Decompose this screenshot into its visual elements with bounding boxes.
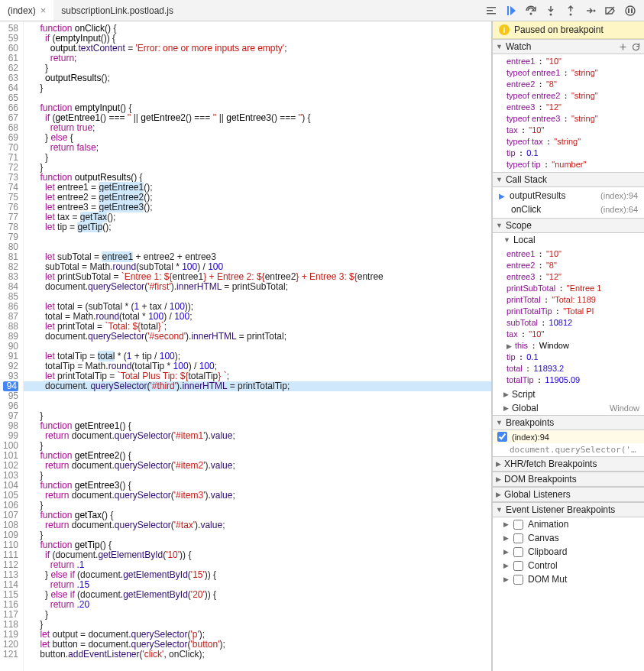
- xhr-header[interactable]: ▶XHR/fetch Breakpoints: [493, 456, 644, 472]
- add-icon[interactable]: [618, 42, 628, 52]
- breakpoint-checkbox[interactable]: [497, 432, 507, 442]
- watch-row[interactable]: tip: 0.1: [493, 147, 644, 159]
- svg-point-4: [530, 12, 532, 15]
- pause-exceptions-icon[interactable]: [624, 5, 636, 17]
- breakpoint-code: document.querySelector('…: [493, 443, 644, 456]
- watch-row[interactable]: typeof entree3: "string": [493, 113, 644, 125]
- breakpoint-file: (index):94: [512, 433, 549, 442]
- watch-body: entree1: "10"typeof entree1: "string"ent…: [493, 54, 644, 172]
- tab-bar: (index) × subscriptionLink.postload.js: [0, 0, 644, 21]
- breakpoint-row[interactable]: (index):94: [493, 430, 644, 443]
- debug-sidebar: i Paused on breakpoint ▼ Watch entree1: …: [492, 21, 644, 671]
- svg-rect-10: [628, 8, 629, 13]
- section-title: Breakpoints: [506, 417, 554, 428]
- svg-point-6: [570, 13, 572, 15]
- refresh-icon[interactable]: [631, 42, 641, 52]
- callstack-frame[interactable]: onClick(index):64: [493, 203, 644, 216]
- svg-point-9: [626, 6, 635, 15]
- pause-banner: i Paused on breakpoint: [493, 21, 644, 39]
- scope-var[interactable]: ▶ this: Window: [493, 340, 644, 352]
- tab-label: (index): [8, 5, 36, 16]
- svg-point-7: [594, 9, 596, 11]
- svg-rect-1: [487, 10, 493, 11]
- svg-rect-11: [631, 8, 633, 13]
- close-icon[interactable]: ×: [40, 5, 47, 16]
- tab-label: subscriptionLink.postload.js: [61, 5, 173, 16]
- pause-message: Paused on breakpoint: [514, 24, 604, 35]
- dombp-header[interactable]: ▶DOM Breakpoints: [493, 472, 644, 487]
- chevron-down-icon: ▼: [496, 419, 503, 426]
- svg-rect-3: [507, 6, 509, 15]
- scope-header[interactable]: ▼ Scope: [493, 218, 644, 233]
- scope-var[interactable]: printTotal: "Total: 1189: [493, 294, 644, 306]
- event-body: ▶ Animation▶ Canvas▶ Clipboard▶ Control▶…: [493, 517, 644, 586]
- scope-script[interactable]: ▶Script: [493, 387, 644, 401]
- code-editor[interactable]: 5859606162636465666768697071727374757677…: [0, 21, 492, 671]
- scope-local[interactable]: ▼Local: [493, 233, 644, 247]
- scope-var[interactable]: tax: "10": [493, 329, 644, 340]
- step-out-icon[interactable]: [565, 5, 577, 17]
- svg-point-5: [550, 13, 552, 15]
- chevron-down-icon: ▼: [496, 43, 503, 50]
- watch-header[interactable]: ▼ Watch: [493, 39, 644, 54]
- watch-row[interactable]: typeof tax: "string": [493, 136, 644, 147]
- callstack-body: ▶outputResults(index):94onClick(index):6…: [493, 187, 644, 218]
- scope-var[interactable]: totalTip: 11905.09: [493, 374, 644, 386]
- global-header[interactable]: ▶Global Listeners: [493, 487, 644, 502]
- watch-row[interactable]: entree2: "8": [493, 79, 644, 90]
- scope-var[interactable]: entree3: "12": [493, 271, 644, 283]
- tab-postload[interactable]: subscriptionLink.postload.js: [53, 0, 181, 21]
- watch-row[interactable]: typeof tip: "number": [493, 159, 644, 170]
- scope-global[interactable]: ▶GlobalWindow: [493, 401, 644, 415]
- svg-rect-2: [487, 13, 496, 15]
- callstack-header[interactable]: ▼ Call Stack: [493, 172, 644, 187]
- event-category[interactable]: ▶ Control: [493, 559, 644, 572]
- deactivate-bp-icon[interactable]: [604, 5, 616, 17]
- resume-icon[interactable]: [505, 5, 517, 17]
- event-header[interactable]: ▼Event Listener Breakpoints: [493, 502, 644, 517]
- chevron-down-icon: ▼: [496, 222, 503, 229]
- scope-var[interactable]: entree1: "10": [493, 248, 644, 260]
- svg-rect-0: [487, 7, 496, 8]
- scope-var[interactable]: total: 11893.2: [493, 363, 644, 374]
- info-icon: i: [499, 24, 510, 35]
- chevron-down-icon: ▼: [496, 176, 503, 183]
- scope-var[interactable]: subTotal: 10812: [493, 317, 644, 329]
- scope-var[interactable]: printTotalTip: "Total Pl: [493, 306, 644, 317]
- scope-var[interactable]: printSubTotal: "Entree 1: [493, 283, 644, 294]
- code-area[interactable]: function onClick() { if (emptyInput()) {…: [24, 21, 491, 671]
- section-title: Call Stack: [506, 174, 547, 185]
- step-icon[interactable]: [584, 5, 597, 17]
- watch-row[interactable]: entree3: "12": [493, 102, 644, 113]
- line-gutter: 5859606162636465666768697071727374757677…: [0, 21, 24, 671]
- event-category[interactable]: ▶ Clipboard: [493, 545, 644, 559]
- step-into-icon[interactable]: [545, 5, 557, 17]
- event-category[interactable]: ▶ Canvas: [493, 531, 644, 545]
- scope-var[interactable]: entree2: "8": [493, 260, 644, 271]
- breakpoints-header[interactable]: ▼ Breakpoints: [493, 415, 644, 430]
- scope-var[interactable]: tip: 0.1: [493, 352, 644, 363]
- section-title: Scope: [506, 220, 532, 231]
- section-title: Watch: [506, 41, 532, 52]
- watch-row[interactable]: tax: "10": [493, 125, 644, 136]
- format-icon[interactable]: [485, 5, 497, 17]
- step-over-icon[interactable]: [525, 5, 537, 17]
- tab-index[interactable]: (index) ×: [0, 0, 53, 21]
- watch-row[interactable]: typeof entree2: "string": [493, 90, 644, 102]
- callstack-frame[interactable]: ▶outputResults(index):94: [493, 189, 644, 203]
- watch-row[interactable]: entree1: "10": [493, 56, 644, 67]
- event-category[interactable]: ▶ Animation: [493, 517, 644, 531]
- watch-row[interactable]: typeof entree1: "string": [493, 67, 644, 79]
- scope-body: entree1: "10"entree2: "8"entree3: "12"pr…: [493, 247, 644, 387]
- event-category[interactable]: ▶ DOM Mut: [493, 572, 644, 586]
